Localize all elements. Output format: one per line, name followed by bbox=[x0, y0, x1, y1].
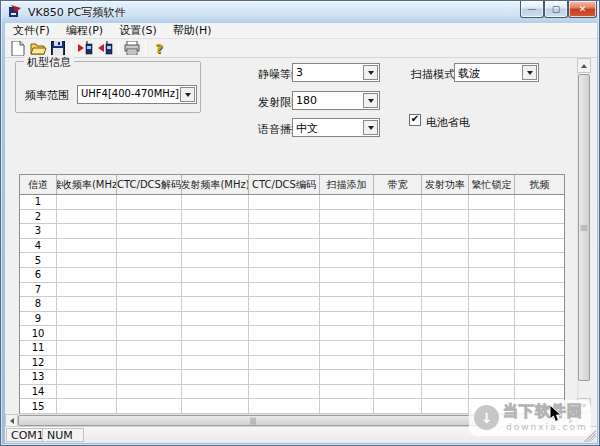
channel-data-cell[interactable] bbox=[320, 370, 374, 384]
channel-number-cell[interactable]: 15 bbox=[20, 399, 57, 413]
channel-number-cell[interactable]: 13 bbox=[20, 370, 57, 384]
channel-data-cell[interactable] bbox=[57, 312, 117, 326]
channel-data-cell[interactable] bbox=[422, 370, 469, 384]
channel-data-cell[interactable] bbox=[249, 253, 320, 267]
channel-data-cell[interactable] bbox=[422, 224, 469, 238]
channel-data-cell[interactable] bbox=[57, 341, 117, 355]
channel-data-cell[interactable] bbox=[422, 297, 469, 311]
channel-number-cell[interactable]: 3 bbox=[20, 224, 57, 238]
channel-data-cell[interactable] bbox=[422, 195, 469, 209]
table-row[interactable]: 5 bbox=[20, 253, 564, 268]
channel-data-cell[interactable] bbox=[469, 385, 515, 399]
channel-data-cell[interactable] bbox=[57, 253, 117, 267]
channel-data-cell[interactable] bbox=[374, 297, 422, 311]
vertical-scroll-thumb[interactable] bbox=[578, 74, 590, 381]
channel-number-cell[interactable]: 14 bbox=[20, 385, 57, 399]
channel-data-cell[interactable] bbox=[422, 312, 469, 326]
channel-data-cell[interactable] bbox=[515, 312, 564, 326]
channel-number-cell[interactable]: 6 bbox=[20, 268, 57, 282]
channel-data-cell[interactable] bbox=[374, 356, 422, 370]
channel-data-cell[interactable] bbox=[57, 195, 117, 209]
channel-data-cell[interactable] bbox=[469, 356, 515, 370]
channel-data-cell[interactable] bbox=[374, 268, 422, 282]
scroll-up-button[interactable] bbox=[577, 58, 591, 73]
channel-data-cell[interactable] bbox=[515, 370, 564, 384]
channel-data-cell[interactable] bbox=[320, 341, 374, 355]
help-button[interactable]: ? bbox=[149, 39, 169, 57]
channel-data-cell[interactable] bbox=[374, 239, 422, 253]
channel-data-cell[interactable] bbox=[320, 356, 374, 370]
channel-data-cell[interactable] bbox=[515, 326, 564, 340]
channel-data-cell[interactable] bbox=[249, 326, 320, 340]
channel-data-cell[interactable] bbox=[469, 239, 515, 253]
channel-number-cell[interactable]: 12 bbox=[20, 356, 57, 370]
channel-data-cell[interactable] bbox=[182, 239, 249, 253]
tx-time-limit-combo[interactable]: 180 bbox=[292, 91, 380, 110]
channel-data-cell[interactable] bbox=[469, 326, 515, 340]
channel-data-cell[interactable] bbox=[117, 253, 182, 267]
channel-data-cell[interactable] bbox=[249, 195, 320, 209]
channel-data-cell[interactable] bbox=[57, 283, 117, 297]
table-row[interactable]: 9 bbox=[20, 312, 564, 327]
table-row[interactable]: 8 bbox=[20, 297, 564, 312]
menu-item-program[interactable]: 编程(P) bbox=[60, 23, 109, 39]
channel-data-cell[interactable] bbox=[249, 312, 320, 326]
channel-data-cell[interactable] bbox=[182, 312, 249, 326]
channel-data-cell[interactable] bbox=[182, 370, 249, 384]
channel-data-cell[interactable] bbox=[182, 210, 249, 224]
channel-data-cell[interactable] bbox=[469, 224, 515, 238]
channel-data-cell[interactable] bbox=[57, 224, 117, 238]
channel-data-cell[interactable] bbox=[249, 297, 320, 311]
channel-data-cell[interactable] bbox=[57, 385, 117, 399]
channel-number-cell[interactable]: 2 bbox=[20, 210, 57, 224]
channel-data-cell[interactable] bbox=[469, 210, 515, 224]
minimize-button[interactable]: — bbox=[520, 1, 544, 18]
freq-range-combo[interactable]: UHF4[400-470MHz] bbox=[77, 85, 197, 104]
horizontal-scroll-thumb[interactable] bbox=[18, 415, 488, 426]
channel-data-cell[interactable] bbox=[469, 312, 515, 326]
channel-data-cell[interactable] bbox=[249, 239, 320, 253]
channel-data-cell[interactable] bbox=[182, 253, 249, 267]
channel-data-cell[interactable] bbox=[374, 326, 422, 340]
print-button[interactable] bbox=[122, 39, 142, 57]
channel-data-cell[interactable] bbox=[374, 224, 422, 238]
channel-data-cell[interactable] bbox=[117, 341, 182, 355]
channel-data-cell[interactable] bbox=[515, 356, 564, 370]
chevron-down-icon[interactable] bbox=[363, 120, 378, 135]
channel-data-cell[interactable] bbox=[374, 253, 422, 267]
channel-data-cell[interactable] bbox=[182, 399, 249, 413]
channel-data-cell[interactable] bbox=[117, 297, 182, 311]
channel-data-cell[interactable] bbox=[320, 283, 374, 297]
channel-data-cell[interactable] bbox=[374, 195, 422, 209]
channel-data-cell[interactable] bbox=[320, 210, 374, 224]
channel-data-cell[interactable] bbox=[320, 312, 374, 326]
channel-data-cell[interactable] bbox=[117, 195, 182, 209]
channel-data-cell[interactable] bbox=[422, 268, 469, 282]
channel-data-cell[interactable] bbox=[374, 210, 422, 224]
channel-data-cell[interactable] bbox=[57, 210, 117, 224]
channel-data-cell[interactable] bbox=[374, 341, 422, 355]
channel-data-cell[interactable] bbox=[422, 210, 469, 224]
channel-data-cell[interactable] bbox=[117, 224, 182, 238]
channel-data-cell[interactable] bbox=[374, 385, 422, 399]
channel-data-cell[interactable] bbox=[249, 399, 320, 413]
channel-data-cell[interactable] bbox=[117, 326, 182, 340]
channel-data-cell[interactable] bbox=[515, 239, 564, 253]
channel-data-cell[interactable] bbox=[249, 356, 320, 370]
channel-data-cell[interactable] bbox=[374, 312, 422, 326]
channel-data-cell[interactable] bbox=[515, 283, 564, 297]
channel-data-cell[interactable] bbox=[57, 326, 117, 340]
squelch-combo[interactable]: 3 bbox=[292, 63, 380, 82]
menu-item-settings[interactable]: 设置(S) bbox=[113, 23, 163, 39]
chevron-down-icon[interactable] bbox=[522, 65, 537, 80]
channel-data-cell[interactable] bbox=[469, 370, 515, 384]
channel-data-cell[interactable] bbox=[182, 268, 249, 282]
read-from-radio-button[interactable] bbox=[75, 39, 95, 57]
channel-data-cell[interactable] bbox=[422, 399, 469, 413]
channel-data-cell[interactable] bbox=[182, 297, 249, 311]
table-row[interactable]: 12 bbox=[20, 356, 564, 371]
channel-data-cell[interactable] bbox=[374, 399, 422, 413]
channel-data-cell[interactable] bbox=[57, 356, 117, 370]
channel-data-cell[interactable] bbox=[320, 195, 374, 209]
chevron-down-icon[interactable] bbox=[180, 87, 195, 102]
